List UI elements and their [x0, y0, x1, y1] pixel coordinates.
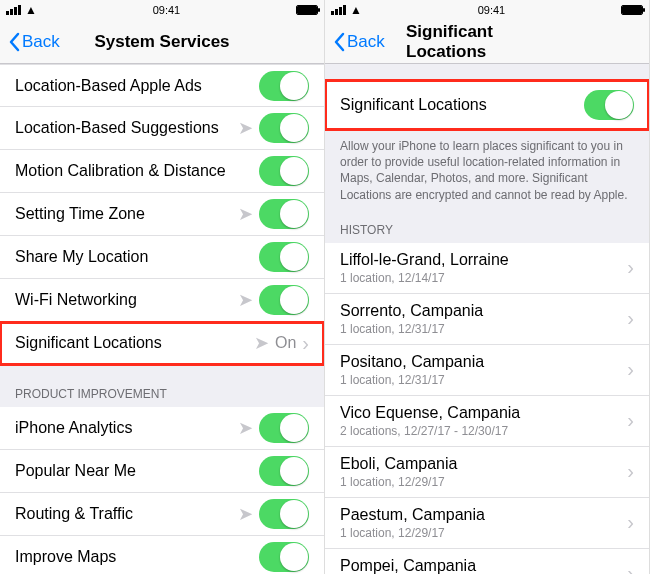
row-setting-timezone[interactable]: Setting Time Zone ➤ — [0, 193, 324, 236]
history-place: Paestum, Campania — [340, 506, 627, 524]
settings-content[interactable]: Significant Locations Allow your iPhone … — [325, 64, 649, 574]
history-row[interactable]: Pompei, Campania 3 locations, 12/27/17 -… — [325, 549, 649, 574]
row-significant-locations[interactable]: Significant Locations ➤ On › — [0, 322, 324, 365]
row-label: Share My Location — [15, 248, 259, 266]
history-place: Liffol-le-Grand, Lorraine — [340, 251, 627, 269]
row-motion-calibration[interactable]: Motion Calibration & Distance — [0, 150, 324, 193]
row-label: Significant Locations — [15, 334, 254, 352]
row-label: Improve Maps — [15, 548, 259, 566]
chevron-left-icon — [8, 32, 20, 52]
row-label: Routing & Traffic — [15, 505, 238, 523]
phone-left: ▲ 09:41 Back System Services Location-Ba… — [0, 0, 325, 574]
row-improve-maps[interactable]: Improve Maps — [0, 536, 324, 574]
status-bar: ▲ 09:41 — [325, 0, 649, 20]
back-label: Back — [22, 32, 60, 52]
toggle-switch[interactable] — [259, 113, 309, 143]
row-value: On — [275, 334, 296, 352]
chevron-right-icon: › — [627, 460, 634, 483]
row-label: Motion Calibration & Distance — [15, 162, 259, 180]
history-place: Pompei, Campania — [340, 557, 627, 574]
row-share-location[interactable]: Share My Location — [0, 236, 324, 279]
toggle-switch[interactable] — [259, 199, 309, 229]
toggle-switch[interactable] — [584, 90, 634, 120]
history-detail: 1 location, 12/14/17 — [340, 271, 627, 285]
chevron-right-icon: › — [627, 256, 634, 279]
chevron-right-icon: › — [627, 307, 634, 330]
signal-icon — [331, 5, 346, 15]
history-row[interactable]: Vico Equense, Campania 2 locations, 12/2… — [325, 396, 649, 447]
signal-icon — [6, 5, 21, 15]
wifi-icon: ▲ — [25, 3, 37, 17]
description-text: Allow your iPhone to learn places signif… — [325, 130, 649, 217]
chevron-right-icon: › — [627, 511, 634, 534]
location-arrow-icon: ➤ — [238, 117, 253, 139]
status-time: 09:41 — [478, 4, 506, 16]
row-location-suggestions[interactable]: Location-Based Suggestions ➤ — [0, 107, 324, 150]
status-time: 09:41 — [153, 4, 181, 16]
history-row[interactable]: Paestum, Campania 1 location, 12/29/17 › — [325, 498, 649, 549]
toggle-switch[interactable] — [259, 456, 309, 486]
row-routing-traffic[interactable]: Routing & Traffic ➤ — [0, 493, 324, 536]
settings-content[interactable]: Location-Based Apple Ads Location-Based … — [0, 64, 324, 574]
status-bar: ▲ 09:41 — [0, 0, 324, 20]
history-row[interactable]: Eboli, Campania 1 location, 12/29/17 › — [325, 447, 649, 498]
history-detail: 1 location, 12/31/17 — [340, 322, 627, 336]
history-detail: 1 location, 12/29/17 — [340, 475, 627, 489]
row-popular-near-me[interactable]: Popular Near Me — [0, 450, 324, 493]
row-label: Setting Time Zone — [15, 205, 238, 223]
history-place: Eboli, Campania — [340, 455, 627, 473]
toggle-switch[interactable] — [259, 542, 309, 572]
row-significant-locations-toggle[interactable]: Significant Locations — [325, 80, 649, 130]
chevron-right-icon: › — [627, 358, 634, 381]
toggle-switch[interactable] — [259, 71, 309, 101]
row-label: Significant Locations — [340, 96, 584, 114]
row-location-apple-ads[interactable]: Location-Based Apple Ads — [0, 64, 324, 107]
history-place: Positano, Campania — [340, 353, 627, 371]
page-title: System Services — [94, 32, 229, 52]
history-place: Vico Equense, Campania — [340, 404, 627, 422]
row-label: Wi-Fi Networking — [15, 291, 238, 309]
location-arrow-icon: ➤ — [238, 503, 253, 525]
history-detail: 1 location, 12/31/17 — [340, 373, 627, 387]
row-label: Location-Based Suggestions — [15, 119, 238, 137]
chevron-right-icon: › — [627, 562, 634, 574]
back-button[interactable]: Back — [8, 32, 60, 52]
toggle-switch[interactable] — [259, 499, 309, 529]
row-label: iPhone Analytics — [15, 419, 238, 437]
back-label: Back — [347, 32, 385, 52]
toggle-switch[interactable] — [259, 242, 309, 272]
location-arrow-icon: ➤ — [254, 332, 269, 354]
battery-icon — [621, 5, 643, 15]
history-row[interactable]: Positano, Campania 1 location, 12/31/17 … — [325, 345, 649, 396]
history-place: Sorrento, Campania — [340, 302, 627, 320]
history-row[interactable]: Sorrento, Campania 1 location, 12/31/17 … — [325, 294, 649, 345]
toggle-switch[interactable] — [259, 285, 309, 315]
section-header-history: HISTORY — [325, 217, 649, 243]
nav-bar: Back Significant Locations — [325, 20, 649, 64]
history-detail: 2 locations, 12/27/17 - 12/30/17 — [340, 424, 627, 438]
row-wifi-networking[interactable]: Wi-Fi Networking ➤ — [0, 279, 324, 322]
battery-icon — [296, 5, 318, 15]
row-label: Location-Based Apple Ads — [15, 77, 259, 95]
history-row[interactable]: Liffol-le-Grand, Lorraine 1 location, 12… — [325, 243, 649, 294]
chevron-right-icon: › — [302, 332, 309, 355]
row-label: Popular Near Me — [15, 462, 259, 480]
toggle-switch[interactable] — [259, 156, 309, 186]
location-arrow-icon: ➤ — [238, 203, 253, 225]
history-detail: 1 location, 12/29/17 — [340, 526, 627, 540]
nav-bar: Back System Services — [0, 20, 324, 64]
location-arrow-icon: ➤ — [238, 417, 253, 439]
row-iphone-analytics[interactable]: iPhone Analytics ➤ — [0, 407, 324, 450]
wifi-icon: ▲ — [350, 3, 362, 17]
chevron-right-icon: › — [627, 409, 634, 432]
page-title: Significant Locations — [406, 22, 568, 62]
phone-right: ▲ 09:41 Back Significant Locations Signi… — [325, 0, 650, 574]
chevron-left-icon — [333, 32, 345, 52]
toggle-switch[interactable] — [259, 413, 309, 443]
section-header-product: PRODUCT IMPROVEMENT — [0, 381, 324, 407]
location-arrow-icon: ➤ — [238, 289, 253, 311]
back-button[interactable]: Back — [333, 32, 385, 52]
